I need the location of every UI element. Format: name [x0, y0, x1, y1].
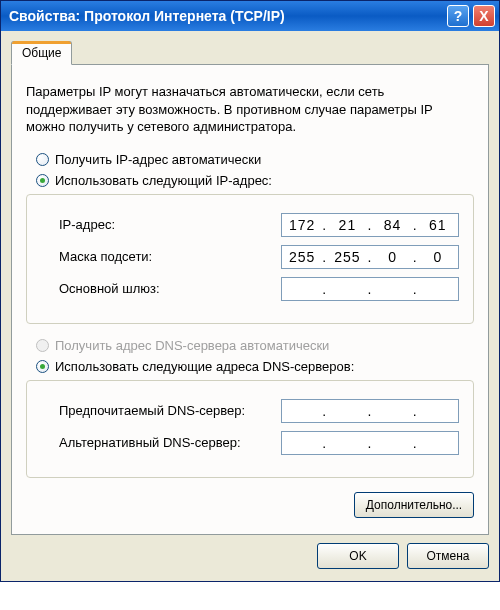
- input-default-gateway[interactable]: . . .: [281, 277, 459, 301]
- row-subnet-mask: Маска подсети: 255. 255. 0. 0: [41, 245, 459, 269]
- close-icon: X: [479, 8, 488, 24]
- dialog-buttons: OK Отмена: [11, 543, 489, 569]
- input-subnet-mask[interactable]: 255. 255. 0. 0: [281, 245, 459, 269]
- input-preferred-dns[interactable]: . . .: [281, 399, 459, 423]
- ip-octet: 61: [420, 217, 456, 233]
- cancel-button[interactable]: Отмена: [407, 543, 489, 569]
- radio-dns-manual[interactable]: Использовать следующие адреса DNS-сервер…: [26, 359, 474, 374]
- dns-fieldset: Предпочитаемый DNS-сервер: . . . Альтерн…: [26, 380, 474, 478]
- row-default-gateway: Основной шлюз: . . .: [41, 277, 459, 301]
- ip-octet: 21: [329, 217, 365, 233]
- ip-octet: 255: [329, 249, 365, 265]
- radio-icon-selected: [36, 174, 49, 187]
- close-button[interactable]: X: [473, 5, 495, 27]
- label-subnet-mask: Маска подсети:: [59, 249, 281, 264]
- ip-octet: 84: [374, 217, 410, 233]
- input-alternate-dns[interactable]: . . .: [281, 431, 459, 455]
- radio-icon: [36, 153, 49, 166]
- radio-ip-auto[interactable]: Получить IP-адрес автоматически: [26, 152, 474, 167]
- radio-icon-disabled: [36, 339, 49, 352]
- ip-fieldset: IP-адрес: 172. 21. 84. 61 Маска подсети:…: [26, 194, 474, 324]
- dialog-window: Свойства: Протокол Интернета (TCP/IP) ? …: [0, 0, 500, 582]
- row-alternate-dns: Альтернативный DNS-сервер: . . .: [41, 431, 459, 455]
- tab-strip: Общие: [11, 41, 489, 65]
- row-preferred-dns: Предпочитаемый DNS-сервер: . . .: [41, 399, 459, 423]
- row-ip-address: IP-адрес: 172. 21. 84. 61: [41, 213, 459, 237]
- radio-ip-manual[interactable]: Использовать следующий IP-адрес:: [26, 173, 474, 188]
- help-button[interactable]: ?: [447, 5, 469, 27]
- advanced-button[interactable]: Дополнительно...: [354, 492, 474, 518]
- ok-button[interactable]: OK: [317, 543, 399, 569]
- description-text: Параметры IP могут назначаться автоматич…: [26, 83, 474, 136]
- label-ip-address: IP-адрес:: [59, 217, 281, 232]
- radio-ip-auto-label: Получить IP-адрес автоматически: [55, 152, 261, 167]
- ip-octet: 0: [374, 249, 410, 265]
- radio-icon-selected: [36, 360, 49, 373]
- ip-octet: 172: [284, 217, 320, 233]
- titlebar[interactable]: Свойства: Протокол Интернета (TCP/IP) ? …: [1, 1, 499, 31]
- label-default-gateway: Основной шлюз:: [59, 281, 281, 296]
- ip-octet: 255: [284, 249, 320, 265]
- tab-general-label: Общие: [22, 46, 61, 60]
- advanced-row: Дополнительно...: [26, 492, 474, 518]
- radio-dns-auto-label: Получить адрес DNS-сервера автоматически: [55, 338, 329, 353]
- tab-panel: Параметры IP могут назначаться автоматич…: [11, 64, 489, 535]
- window-title: Свойства: Протокол Интернета (TCP/IP): [9, 8, 443, 24]
- label-preferred-dns: Предпочитаемый DNS-сервер:: [59, 403, 281, 418]
- radio-dns-manual-label: Использовать следующие адреса DNS-сервер…: [55, 359, 354, 374]
- tab-general[interactable]: Общие: [11, 41, 72, 65]
- radio-ip-manual-label: Использовать следующий IP-адрес:: [55, 173, 272, 188]
- ip-octet: 0: [420, 249, 456, 265]
- label-alternate-dns: Альтернативный DNS-сервер:: [59, 435, 281, 450]
- dialog-body: Общие Параметры IP могут назначаться авт…: [1, 31, 499, 581]
- radio-dns-auto: Получить адрес DNS-сервера автоматически: [26, 338, 474, 353]
- help-icon: ?: [454, 8, 463, 24]
- input-ip-address[interactable]: 172. 21. 84. 61: [281, 213, 459, 237]
